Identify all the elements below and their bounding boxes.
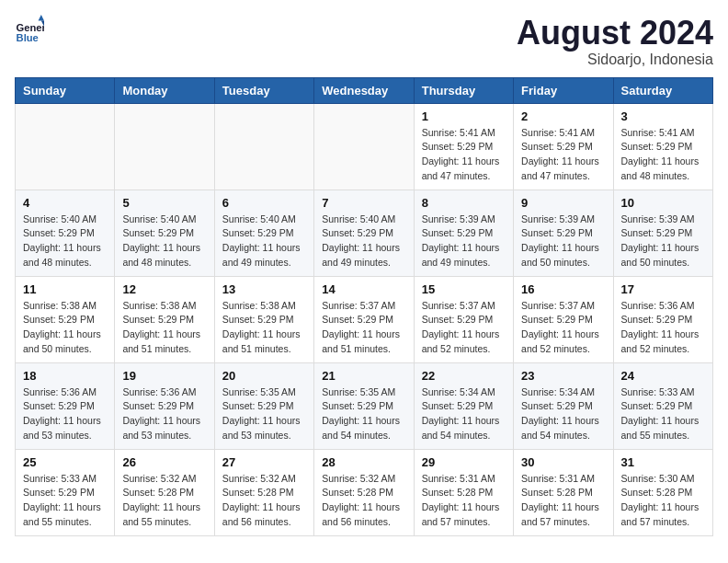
calendar-cell: 15Sunrise: 5:37 AMSunset: 5:29 PMDayligh… — [414, 276, 513, 362]
day-number: 28 — [322, 455, 405, 469]
day-number: 15 — [422, 282, 506, 296]
calendar-cell: 2Sunrise: 5:41 AMSunset: 5:29 PMDaylight… — [514, 103, 613, 190]
calendar-cell: 10Sunrise: 5:39 AMSunset: 5:29 PMDayligh… — [613, 190, 712, 276]
day-info: Sunrise: 5:37 AMSunset: 5:29 PMDaylight:… — [322, 299, 405, 357]
day-number: 30 — [521, 455, 605, 469]
day-info: Sunrise: 5:34 AMSunset: 5:29 PMDaylight:… — [521, 385, 605, 443]
calendar-cell: 1Sunrise: 5:41 AMSunset: 5:29 PMDaylight… — [414, 103, 513, 190]
day-number: 27 — [222, 455, 306, 469]
calendar-cell: 6Sunrise: 5:40 AMSunset: 5:29 PMDaylight… — [214, 190, 313, 276]
week-row-1: 1Sunrise: 5:41 AMSunset: 5:29 PMDaylight… — [16, 103, 713, 190]
day-number: 23 — [521, 369, 605, 383]
day-number: 8 — [422, 196, 506, 210]
day-number: 25 — [23, 455, 107, 469]
title-block: August 2024 Sidoarjo, Indonesia — [517, 15, 713, 68]
day-number: 1 — [422, 109, 506, 123]
day-info: Sunrise: 5:30 AMSunset: 5:28 PMDaylight:… — [621, 472, 705, 530]
day-number: 19 — [122, 369, 206, 383]
day-info: Sunrise: 5:31 AMSunset: 5:28 PMDaylight:… — [521, 472, 605, 530]
page-header: General Blue August 2024 Sidoarjo, Indon… — [15, 15, 713, 68]
day-number: 21 — [322, 369, 405, 383]
day-info: Sunrise: 5:35 AMSunset: 5:29 PMDaylight:… — [222, 385, 306, 443]
day-info: Sunrise: 5:41 AMSunset: 5:29 PMDaylight:… — [521, 126, 605, 184]
calendar-cell: 20Sunrise: 5:35 AMSunset: 5:29 PMDayligh… — [214, 362, 313, 449]
day-info: Sunrise: 5:36 AMSunset: 5:29 PMDaylight:… — [621, 299, 705, 357]
day-number: 20 — [222, 369, 306, 383]
day-info: Sunrise: 5:33 AMSunset: 5:29 PMDaylight:… — [23, 472, 107, 530]
day-number: 3 — [621, 109, 705, 123]
calendar-cell: 11Sunrise: 5:38 AMSunset: 5:29 PMDayligh… — [16, 276, 115, 362]
calendar-cell: 4Sunrise: 5:40 AMSunset: 5:29 PMDaylight… — [16, 190, 115, 276]
day-info: Sunrise: 5:39 AMSunset: 5:29 PMDaylight:… — [521, 213, 605, 270]
calendar-cell: 27Sunrise: 5:32 AMSunset: 5:28 PMDayligh… — [214, 449, 313, 535]
calendar-cell: 13Sunrise: 5:38 AMSunset: 5:29 PMDayligh… — [214, 276, 313, 362]
logo: General Blue — [15, 15, 44, 44]
week-row-4: 18Sunrise: 5:36 AMSunset: 5:29 PMDayligh… — [16, 362, 713, 449]
calendar-cell: 31Sunrise: 5:30 AMSunset: 5:28 PMDayligh… — [613, 449, 712, 535]
day-number: 6 — [222, 196, 306, 210]
day-number: 29 — [422, 455, 506, 469]
day-info: Sunrise: 5:37 AMSunset: 5:29 PMDaylight:… — [422, 299, 506, 357]
day-info: Sunrise: 5:36 AMSunset: 5:29 PMDaylight:… — [122, 385, 206, 443]
header-thursday: Thursday — [414, 77, 513, 103]
day-number: 10 — [621, 196, 705, 210]
day-info: Sunrise: 5:40 AMSunset: 5:29 PMDaylight:… — [23, 213, 107, 270]
day-info: Sunrise: 5:41 AMSunset: 5:29 PMDaylight:… — [621, 126, 705, 184]
calendar-cell: 8Sunrise: 5:39 AMSunset: 5:29 PMDaylight… — [414, 190, 513, 276]
svg-text:General: General — [17, 22, 44, 33]
calendar-cell — [16, 103, 115, 190]
calendar-cell — [314, 103, 414, 190]
calendar-table: Sunday Monday Tuesday Wednesday Thursday… — [15, 77, 713, 536]
calendar-cell: 17Sunrise: 5:36 AMSunset: 5:29 PMDayligh… — [613, 276, 712, 362]
day-info: Sunrise: 5:32 AMSunset: 5:28 PMDaylight:… — [322, 472, 405, 530]
header-tuesday: Tuesday — [214, 77, 313, 103]
day-info: Sunrise: 5:34 AMSunset: 5:29 PMDaylight:… — [422, 385, 506, 443]
header-sunday: Sunday — [16, 77, 115, 103]
day-number: 13 — [222, 282, 306, 296]
calendar-cell — [115, 103, 214, 190]
day-number: 12 — [122, 282, 206, 296]
day-info: Sunrise: 5:41 AMSunset: 5:29 PMDaylight:… — [422, 126, 506, 184]
calendar-cell: 26Sunrise: 5:32 AMSunset: 5:28 PMDayligh… — [115, 449, 214, 535]
svg-text:Blue: Blue — [17, 32, 39, 43]
day-info: Sunrise: 5:39 AMSunset: 5:29 PMDaylight:… — [422, 213, 506, 270]
week-row-2: 4Sunrise: 5:40 AMSunset: 5:29 PMDaylight… — [16, 190, 713, 276]
day-number: 5 — [122, 196, 206, 210]
calendar-cell: 21Sunrise: 5:35 AMSunset: 5:29 PMDayligh… — [314, 362, 414, 449]
header-saturday: Saturday — [613, 77, 712, 103]
header-wednesday: Wednesday — [314, 77, 414, 103]
day-number: 14 — [322, 282, 405, 296]
calendar-cell: 5Sunrise: 5:40 AMSunset: 5:29 PMDaylight… — [115, 190, 214, 276]
calendar-cell: 22Sunrise: 5:34 AMSunset: 5:29 PMDayligh… — [414, 362, 513, 449]
day-info: Sunrise: 5:32 AMSunset: 5:28 PMDaylight:… — [122, 472, 206, 530]
day-number: 18 — [23, 369, 107, 383]
calendar-cell — [214, 103, 313, 190]
header-friday: Friday — [514, 77, 613, 103]
weekday-header-row: Sunday Monday Tuesday Wednesday Thursday… — [16, 77, 713, 103]
calendar-cell: 18Sunrise: 5:36 AMSunset: 5:29 PMDayligh… — [16, 362, 115, 449]
day-info: Sunrise: 5:38 AMSunset: 5:29 PMDaylight:… — [23, 299, 107, 357]
calendar-cell: 9Sunrise: 5:39 AMSunset: 5:29 PMDaylight… — [514, 190, 613, 276]
calendar-cell: 3Sunrise: 5:41 AMSunset: 5:29 PMDaylight… — [613, 103, 712, 190]
day-number: 7 — [322, 196, 405, 210]
day-info: Sunrise: 5:35 AMSunset: 5:29 PMDaylight:… — [322, 385, 405, 443]
day-info: Sunrise: 5:38 AMSunset: 5:29 PMDaylight:… — [222, 299, 306, 357]
calendar-cell: 30Sunrise: 5:31 AMSunset: 5:28 PMDayligh… — [514, 449, 613, 535]
week-row-5: 25Sunrise: 5:33 AMSunset: 5:29 PMDayligh… — [16, 449, 713, 535]
day-info: Sunrise: 5:40 AMSunset: 5:29 PMDaylight:… — [122, 213, 206, 270]
calendar-cell: 14Sunrise: 5:37 AMSunset: 5:29 PMDayligh… — [314, 276, 414, 362]
week-row-3: 11Sunrise: 5:38 AMSunset: 5:29 PMDayligh… — [16, 276, 713, 362]
day-number: 17 — [621, 282, 705, 296]
location-subtitle: Sidoarjo, Indonesia — [517, 52, 713, 68]
day-info: Sunrise: 5:37 AMSunset: 5:29 PMDaylight:… — [521, 299, 605, 357]
day-info: Sunrise: 5:38 AMSunset: 5:29 PMDaylight:… — [122, 299, 206, 357]
day-info: Sunrise: 5:40 AMSunset: 5:29 PMDaylight:… — [222, 213, 306, 270]
logo-icon: General Blue — [15, 15, 44, 44]
header-monday: Monday — [115, 77, 214, 103]
day-number: 22 — [422, 369, 506, 383]
day-info: Sunrise: 5:33 AMSunset: 5:29 PMDaylight:… — [621, 385, 705, 443]
calendar-cell: 7Sunrise: 5:40 AMSunset: 5:29 PMDaylight… — [314, 190, 414, 276]
calendar-cell: 28Sunrise: 5:32 AMSunset: 5:28 PMDayligh… — [314, 449, 414, 535]
calendar-cell: 25Sunrise: 5:33 AMSunset: 5:29 PMDayligh… — [16, 449, 115, 535]
calendar-cell: 24Sunrise: 5:33 AMSunset: 5:29 PMDayligh… — [613, 362, 712, 449]
